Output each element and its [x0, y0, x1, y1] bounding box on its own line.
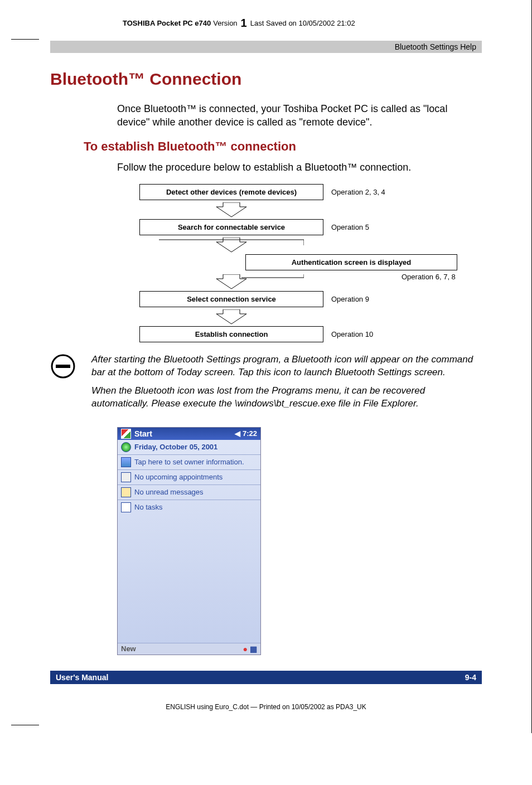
version-number: 1 — [241, 17, 247, 30]
clock-icon — [121, 442, 131, 452]
flow-label-2: Operation 5 — [331, 223, 369, 231]
lead-paragraph: Follow the procedure below to establish … — [117, 161, 482, 174]
pda-time: 7:22 — [243, 429, 257, 438]
pda-appts-text: No upcoming appointments — [134, 473, 223, 481]
print-metadata: ENGLISH using Euro_C.dot — Printed on 10… — [50, 703, 482, 711]
intro-paragraph: Once Bluetooth™ is connected, your Toshi… — [117, 102, 482, 129]
pda-body-area — [118, 515, 260, 643]
svg-rect-1 — [56, 365, 70, 368]
speaker-time: ◀ 7:22 — [235, 429, 257, 438]
product-name: TOSHIBA Pocket PC e740 — [123, 19, 211, 27]
start-flag-icon — [121, 429, 131, 439]
pda-bottom-bar: New ● ▦ — [118, 643, 260, 655]
sip-icon: ▦ — [250, 645, 257, 653]
running-header: TOSHIBA Pocket PC e740 Version 1 Last Sa… — [50, 17, 482, 30]
note-paragraph-2: When the Bluetooth icon was lost from th… — [91, 385, 482, 410]
bluetooth-tray-icon: ● — [243, 645, 248, 653]
pda-tasks-text: No tasks — [134, 503, 163, 511]
flow-box-detect: Detect other devices (remote devices) — [139, 184, 323, 200]
pda-new-label: New — [121, 645, 136, 653]
pda-title: Start — [134, 429, 152, 438]
pda-row-tasks: No tasks — [118, 500, 260, 515]
note-text: After starting the Bluetooth Settings pr… — [91, 353, 482, 416]
pda-row-msgs: No unread messages — [118, 485, 260, 500]
flow-label-3: Operation 9 — [331, 295, 369, 303]
flow-box-auth: Authentication screen is displayed — [245, 254, 457, 270]
pda-titlebar: Start ◀ 7:22 — [118, 428, 260, 440]
note-icon — [50, 353, 76, 381]
flowchart: Detect other devices (remote devices) Op… — [139, 184, 463, 342]
pda-date: Friday, October 05, 2001 — [134, 443, 217, 451]
version-label: Version — [213, 19, 237, 27]
pda-tray-icons: ● ▦ — [243, 645, 257, 653]
pda-row-date: Friday, October 05, 2001 — [118, 440, 260, 455]
flow-arrow-icon — [139, 309, 323, 325]
last-saved: Last Saved on 10/05/2002 21:02 — [250, 19, 355, 27]
flow-box-search: Search for connectable service — [139, 219, 323, 235]
note-block: After starting the Bluetooth Settings pr… — [50, 353, 482, 416]
pda-owner-text: Tap here to set owner information. — [134, 458, 244, 466]
flow-box-establish: Establish connection — [139, 326, 323, 342]
page-title: Bluetooth™ Connection — [50, 70, 482, 89]
flow-label-4: Operation 10 — [331, 330, 373, 338]
pda-msgs-text: No unread messages — [134, 488, 204, 496]
inbox-icon — [121, 487, 131, 497]
footer-left: User's Manual — [56, 673, 108, 682]
footer-right: 9-4 — [465, 673, 476, 682]
section-bar: Bluetooth Settings Help — [50, 41, 482, 53]
flow-label-branch: Operation 6, 7, 8 — [402, 273, 463, 281]
pda-screenshot: Start ◀ 7:22 Friday, October 05, 2001 Ta… — [117, 427, 261, 655]
flow-arrow-icon — [139, 238, 323, 253]
pda-row-owner: Tap here to set owner information. — [118, 455, 260, 470]
flow-arrow-icon — [139, 202, 323, 218]
calendar-icon — [121, 472, 131, 482]
subheading: To establish Bluetooth™ connection — [84, 139, 482, 154]
flow-label-1: Operation 2, 3, 4 — [331, 188, 385, 196]
owner-icon — [121, 457, 131, 467]
flow-arrow-icon — [139, 274, 323, 290]
page-body: TOSHIBA Pocket PC e740 Version 1 Last Sa… — [0, 0, 532, 733]
note-paragraph-1: After starting the Bluetooth Settings pr… — [91, 353, 482, 379]
footer-bar: User's Manual 9-4 — [50, 671, 482, 684]
flow-box-select: Select connection service — [139, 291, 323, 307]
tasks-icon — [121, 502, 131, 512]
pda-row-appts: No upcoming appointments — [118, 470, 260, 485]
